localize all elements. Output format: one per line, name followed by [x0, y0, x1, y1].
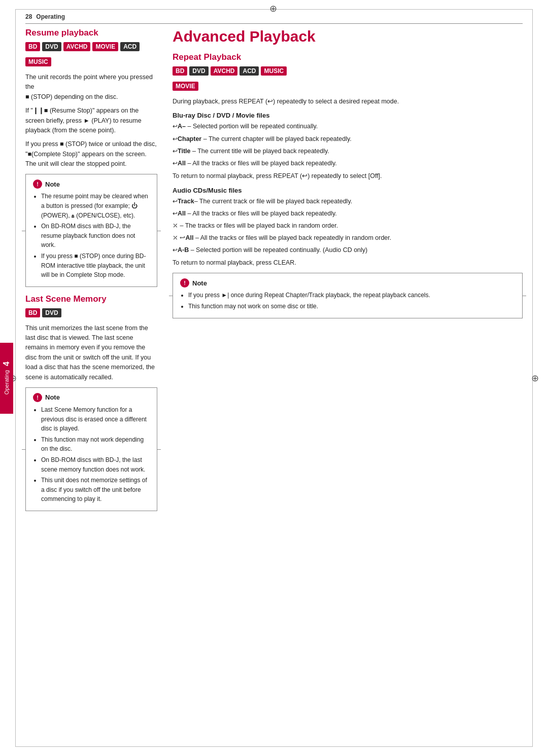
- badge-movie: MOVIE: [92, 42, 118, 51]
- audio-item-random-all: ⤫ ↩All – All the tracks or files will be…: [173, 233, 523, 243]
- badge-acd: ACD: [120, 42, 140, 51]
- page-number: 28: [25, 13, 32, 20]
- resume-playback-heading: Resume playback: [25, 28, 157, 38]
- repeat-playback-heading: Repeat Playback: [173, 52, 523, 62]
- last-scene-note-title: Note: [45, 393, 60, 401]
- sidebar-tab-label: Operating: [4, 370, 10, 394]
- last-scene-note-icon: !: [33, 393, 42, 402]
- page-header-divider: [25, 23, 523, 24]
- last-scene-badges: BD DVD: [25, 308, 157, 317]
- last-scene-body: This unit memorizes the last scene from …: [25, 323, 157, 382]
- page-border-bottom: [15, 746, 533, 747]
- resume-note-item-2: On BD-ROM discs with BD-J, the resume pl…: [41, 222, 150, 250]
- repeat-intro: During playback, press REPEAT (↩) repeat…: [173, 97, 523, 106]
- badge-dvd: DVD: [42, 42, 61, 51]
- resume-playback-note: ! Note The resume point may be cleared w…: [25, 174, 157, 286]
- last-scene-note-header: ! Note: [33, 393, 150, 402]
- resume-note-item-3: If you press ■ (STOP) once during BD-ROM…: [41, 251, 150, 280]
- repeat-item-chapter: ↩Chapter – The current chapter will be p…: [173, 134, 523, 144]
- repeat-badge-bd: BD: [173, 66, 187, 76]
- audio-item-all: ↩All – All the tracks or files will be p…: [173, 208, 523, 219]
- badge-avchd: AVCHD: [63, 42, 91, 51]
- repeat-playback-badges-2: MOVIE: [173, 82, 523, 91]
- page-section: Operating: [36, 13, 65, 20]
- repeat-note: ! Note If you press ►| once during Repea…: [173, 273, 523, 318]
- note-icon: !: [33, 179, 42, 189]
- note-title: Note: [45, 181, 60, 188]
- left-column: Resume playback BD DVD AVCHD MOVIE ACD M…: [25, 28, 157, 741]
- audio-footer: To return to normal playback, press CLEA…: [173, 258, 523, 268]
- repeat-badge-dvd: DVD: [189, 66, 208, 76]
- last-scene-note: ! Note Last Scene Memory function for a …: [25, 387, 157, 511]
- repeat-badge-acd: ACD: [239, 66, 259, 76]
- badge-bd: BD: [25, 42, 40, 51]
- resume-playback-section: Resume playback BD DVD AVCHD MOVIE ACD M…: [25, 28, 157, 287]
- audio-item-track: ↩Track– The current track or file will b…: [173, 196, 523, 206]
- audio-section-heading: Audio CDs/Music files: [173, 187, 523, 194]
- repeat-badge-movie: MOVIE: [173, 82, 198, 91]
- right-column: Advanced Playback Repeat Playback BD DVD…: [173, 28, 523, 741]
- resume-playback-badges-2: MUSIC: [25, 57, 157, 66]
- resume-playback-badges: BD DVD AVCHD MOVIE ACD: [25, 42, 157, 51]
- repeat-note-item-2: This function may not work on some disc …: [188, 302, 515, 311]
- repeat-note-icon: !: [180, 278, 189, 287]
- content-area: Resume playback BD DVD AVCHD MOVIE ACD M…: [25, 28, 523, 741]
- badge-music: MUSIC: [25, 57, 51, 66]
- repeat-item-a: ↩A– – Selected portion will be repeated …: [173, 121, 523, 131]
- resume-playback-body-2: If "❙❙■ (Resume Stop)" appears on the sc…: [25, 106, 157, 135]
- page-header: 28 Operating: [25, 13, 523, 20]
- last-scene-badge-bd: BD: [25, 308, 40, 317]
- repeat-note-title: Note: [192, 279, 207, 287]
- repeat-badge-music: MUSIC: [261, 66, 287, 76]
- last-scene-note-item-4: This unit does not memorize settings of …: [41, 476, 150, 504]
- sidebar-tab-number: 4: [2, 362, 11, 366]
- repeat-playback-badges: BD DVD AVCHD ACD MUSIC: [173, 66, 523, 76]
- sidebar-tab: 4 Operating: [0, 343, 13, 414]
- repeat-note-header: ! Note: [180, 278, 515, 287]
- last-scene-note-item-1: Last Scene Memory function for a previou…: [41, 405, 150, 434]
- crosshair-right-icon: [531, 373, 539, 384]
- repeat-note-list: If you press ►| once during Repeat Chapt…: [180, 291, 515, 311]
- page-title: Advanced Playback: [173, 28, 523, 45]
- repeat-playback-section: Repeat Playback BD DVD AVCHD ACD MUSIC M…: [173, 52, 523, 318]
- bluray-section-heading: Blu-ray Disc / DVD / Movie files: [173, 112, 523, 119]
- bluray-footer: To return to normal playback, press REPE…: [173, 171, 523, 181]
- resume-playback-body-3: If you press ■ (STOP) twice or unload th…: [25, 139, 157, 169]
- note-header: ! Note: [33, 179, 150, 189]
- last-scene-note-list: Last Scene Memory function for a previou…: [33, 405, 150, 504]
- last-scene-badge-dvd: DVD: [42, 308, 61, 317]
- last-scene-note-item-2: This function may not work depending on …: [41, 435, 150, 454]
- repeat-item-title: ↩Title – The current title will be playe…: [173, 146, 523, 156]
- repeat-badge-avchd: AVCHD: [211, 66, 238, 76]
- last-scene-memory-section: Last Scene Memory BD DVD This unit memor…: [25, 294, 157, 511]
- repeat-note-item-1: If you press ►| once during Repeat Chapt…: [188, 291, 515, 300]
- crosshair-top-icon: [269, 3, 279, 12]
- resume-playback-body-1: The unit records the point where you pre…: [25, 73, 157, 102]
- repeat-item-all: ↩All – All the tracks or files will be p…: [173, 158, 523, 168]
- audio-item-ab: ↩A-B – Selected portion will be repeated…: [173, 245, 523, 255]
- resume-note-item-1: The resume point may be cleared when a b…: [41, 192, 150, 220]
- last-scene-heading: Last Scene Memory: [25, 294, 157, 304]
- audio-item-random: ⤫ – The tracks or files will be played b…: [173, 221, 523, 231]
- resume-note-list: The resume point may be cleared when a b…: [33, 192, 150, 279]
- last-scene-note-item-3: On BD-ROM discs with BD-J, the last scen…: [41, 455, 150, 474]
